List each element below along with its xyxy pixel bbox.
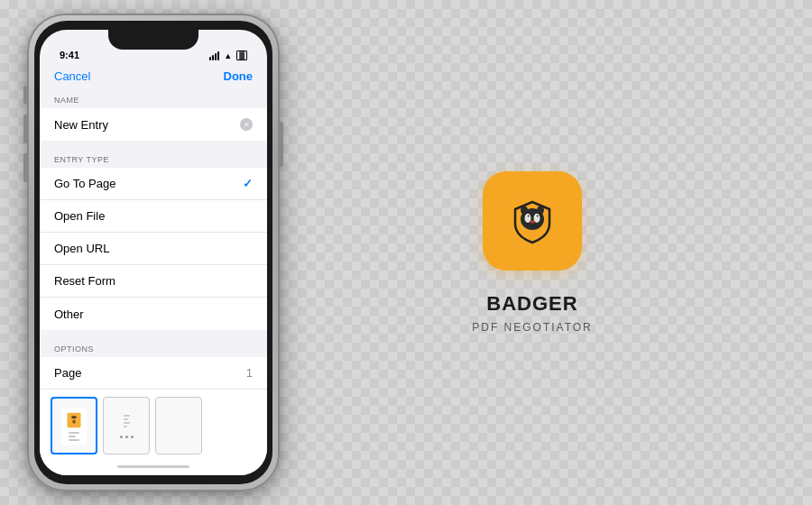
clear-input-button[interactable]: ✕: [240, 118, 253, 131]
options-section-label: OPTIONS: [40, 337, 267, 357]
thumb-dots: [120, 436, 134, 438]
name-form-group: ✕: [40, 108, 267, 141]
thumb-icon-1: [65, 411, 83, 429]
svg-point-11: [537, 216, 539, 217]
reset-form-label: Reset Form: [54, 274, 253, 288]
thumbnail-3[interactable]: [155, 397, 202, 454]
badger-logo-svg: [501, 189, 564, 252]
mute-button[interactable]: [23, 86, 27, 104]
cancel-button[interactable]: Cancel: [54, 69, 90, 83]
navigation-bar: Cancel Done: [40, 64, 267, 88]
entry-type-go-to-page[interactable]: Go To Page ✓: [40, 168, 267, 200]
thumbnail-2[interactable]: [103, 397, 150, 454]
open-url-label: Open URL: [54, 242, 253, 255]
name-input[interactable]: [54, 118, 240, 132]
form-content: NAME ✕ ENTRY TYPE Go To Page ✓: [40, 88, 267, 457]
svg-point-10: [528, 216, 530, 217]
home-bar: [117, 465, 189, 468]
entry-type-reset-form[interactable]: Reset Form: [40, 265, 267, 298]
notch: [108, 30, 198, 50]
svg-point-4: [537, 207, 544, 215]
wifi-icon: ▲: [224, 51, 232, 60]
svg-point-1: [72, 419, 75, 423]
name-field-row[interactable]: ✕: [40, 108, 267, 141]
name-section-label: NAME: [40, 88, 267, 108]
entry-type-other[interactable]: Other: [40, 298, 267, 330]
page-option-row[interactable]: Page 1: [40, 357, 267, 390]
home-indicator: [40, 457, 267, 475]
brand-subtitle: PDF NEGOTIATOR: [472, 321, 593, 334]
open-file-label: Open File: [54, 209, 253, 223]
status-time: 9:41: [60, 50, 79, 60]
brand-name: BADGER: [486, 292, 577, 316]
page-key: Page: [54, 366, 81, 380]
signal-icon: [209, 51, 219, 60]
section-gap-1: [40, 141, 267, 148]
go-to-page-label: Go To Page: [54, 177, 243, 190]
battery-icon: ▓: [236, 50, 247, 60]
entry-type-group: Go To Page ✓ Open File Open URL Reset Fo…: [40, 168, 267, 330]
page-thumbnails: [40, 390, 267, 457]
volume-down-button[interactable]: [23, 153, 27, 182]
thumbnail-1[interactable]: [51, 397, 97, 454]
volume-up-button[interactable]: [23, 115, 27, 143]
checkmark-icon: ✓: [243, 177, 253, 190]
app-icon: [483, 171, 582, 271]
phone-device: 9:41 ▲ ▓ Cancel Done: [27, 14, 280, 491]
entry-type-open-file[interactable]: Open File: [40, 200, 267, 233]
entry-type-open-url[interactable]: Open URL: [40, 233, 267, 265]
options-group: Page 1: [40, 357, 267, 457]
entry-type-section-label: ENTRY TYPE: [40, 148, 267, 168]
done-button[interactable]: Done: [224, 69, 254, 83]
power-button[interactable]: [280, 122, 283, 167]
svg-point-7: [531, 220, 535, 224]
svg-point-3: [521, 207, 528, 215]
other-label: Other: [54, 308, 253, 321]
page-value: 1: [246, 366, 253, 380]
status-icons: ▲ ▓: [209, 50, 247, 60]
brand-section: BADGER PDF NEGOTIATOR: [280, 153, 785, 352]
section-gap-2: [40, 330, 267, 337]
